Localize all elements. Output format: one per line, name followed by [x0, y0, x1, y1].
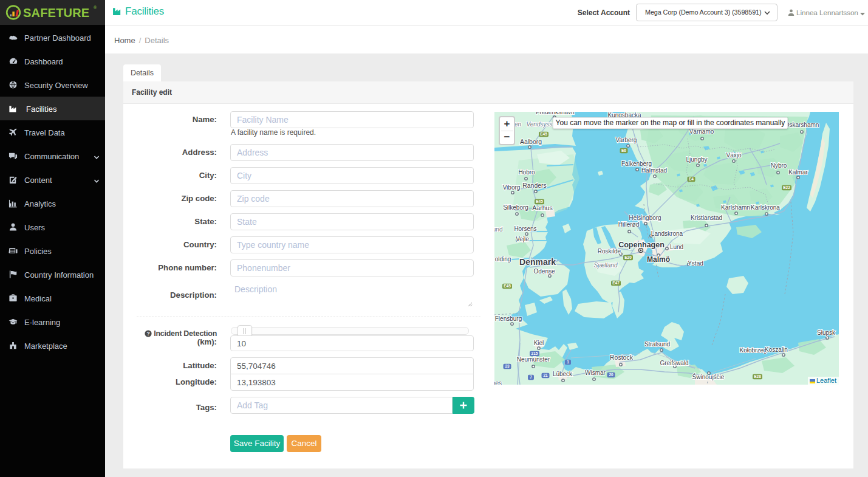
svg-text:hes: hes: [494, 380, 502, 385]
svg-text:Flensburg: Flensburg: [495, 315, 522, 322]
svg-text:Kristianstad: Kristianstad: [691, 214, 722, 221]
svg-text:Lübeck: Lübeck: [553, 371, 573, 377]
svg-text:Oskarshamn: Oskarshamn: [785, 122, 819, 128]
svg-text:Denmark: Denmark: [519, 257, 556, 267]
svg-text:Helsingborg: Helsingborg: [629, 214, 661, 221]
svg-text:Hobro: Hobro: [518, 169, 535, 176]
svg-text:Świnoujście: Świnoujście: [692, 373, 725, 380]
svg-text:Frederikshavn: Frederikshavn: [536, 112, 574, 115]
svg-text:Ljungby: Ljungby: [686, 156, 707, 163]
svg-text:Randers: Randers: [522, 182, 547, 189]
svg-text:Rostock: Rostock: [610, 354, 634, 361]
svg-text:E45: E45: [504, 284, 511, 288]
svg-text:215: 215: [531, 351, 538, 355]
svg-text:Kiel: Kiel: [534, 340, 544, 346]
svg-text:Kołobrzeg: Kołobrzeg: [739, 347, 767, 354]
svg-text:Malmö: Malmö: [647, 255, 670, 264]
svg-text:Landskrona: Landskrona: [651, 230, 683, 237]
svg-text:Słupsk: Słupsk: [817, 329, 836, 336]
svg-text:Aalborg: Aalborg: [520, 138, 542, 145]
svg-text:lund: lund: [494, 226, 502, 233]
svg-text:Sjælland: Sjælland: [594, 262, 618, 269]
svg-text:Roskilde: Roskilde: [598, 248, 621, 255]
svg-text:E45: E45: [540, 132, 547, 136]
svg-text:E6: E6: [621, 148, 626, 153]
svg-text:7: 7: [530, 375, 532, 379]
svg-text:olding: olding: [495, 256, 511, 263]
svg-text:E28: E28: [754, 374, 761, 379]
svg-text:E45: E45: [536, 199, 543, 204]
svg-text:1: 1: [567, 360, 569, 364]
svg-text:Karlskrona: Karlskrona: [751, 204, 780, 211]
svg-text:Wismar: Wismar: [585, 369, 606, 376]
svg-text:Lund: Lund: [670, 244, 683, 250]
svg-text:E47: E47: [612, 281, 620, 285]
svg-text:Karlshamn: Karlshamn: [721, 204, 750, 211]
svg-text:Vendsyss: Vendsyss: [527, 121, 553, 128]
svg-text:Stralsund: Stralsund: [644, 341, 670, 348]
svg-text:Vejle: Vejle: [516, 236, 529, 242]
svg-text:Koszalin: Koszalin: [765, 346, 788, 353]
svg-text:®: ®: [94, 5, 97, 10]
svg-text:Halmstad: Halmstad: [641, 167, 667, 174]
svg-text:Viborg: Viborg: [503, 184, 521, 191]
svg-text:Nybro: Nybro: [771, 162, 787, 169]
svg-text:E4: E4: [689, 177, 694, 181]
svg-text:Ystad: Ystad: [688, 260, 703, 267]
svg-text:Greifswald: Greifswald: [660, 360, 688, 366]
svg-text:Hillerød: Hillerød: [618, 221, 639, 228]
svg-text:Värnamo: Värnamo: [689, 128, 714, 135]
svg-text:Odense: Odense: [533, 268, 555, 275]
svg-text:E22: E22: [783, 185, 790, 190]
svg-text:21: 21: [543, 373, 548, 377]
svg-text:Varberg: Varberg: [616, 137, 637, 143]
svg-text:Horsens: Horsens: [514, 225, 536, 232]
svg-text:Falkenberg: Falkenberg: [621, 160, 652, 167]
svg-text:Kalmar: Kalmar: [788, 169, 808, 176]
svg-text:23: 23: [505, 364, 510, 368]
svg-text:SAFETURE: SAFETURE: [23, 6, 89, 19]
svg-text:?: ?: [147, 331, 150, 337]
svg-text:E20: E20: [624, 255, 632, 259]
svg-text:Aarhus: Aarhus: [532, 204, 552, 211]
svg-text:20: 20: [609, 372, 613, 377]
svg-text:Copenhagen: Copenhagen: [618, 241, 665, 249]
svg-text:Växjö: Växjö: [726, 152, 741, 159]
svg-text:Silkeborg: Silkeborg: [503, 204, 528, 211]
svg-text:Neumünster: Neumünster: [517, 356, 550, 363]
